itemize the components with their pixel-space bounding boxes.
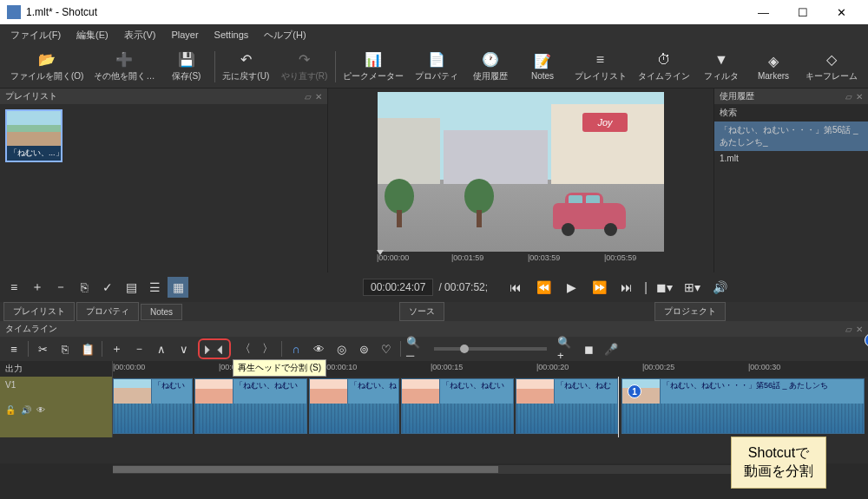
playlist-thumb[interactable]: 「ねむい、...」.wmv — [5, 109, 62, 162]
list-icon[interactable]: ▤ — [121, 277, 141, 298]
menu-icon[interactable]: ≡ — [3, 277, 24, 298]
panel-close-icon[interactable]: ✕ — [856, 325, 863, 334]
remove-icon[interactable]: － — [50, 277, 71, 298]
forward-icon[interactable]: ⏩ — [589, 277, 609, 298]
zoom-slider[interactable] — [434, 347, 547, 351]
toolbar-使用履歴[interactable]: 🕐使用履歴 — [464, 51, 516, 82]
up-icon[interactable]: ∧ — [153, 340, 170, 358]
timeline-ruler[interactable]: |00:00:00|00:00:05|00:00:10|00:00:15|00:… — [113, 361, 868, 377]
tab-source[interactable]: ソース — [399, 302, 444, 321]
playhead[interactable] — [618, 377, 619, 437]
toolbar-キーフレーム[interactable]: ◇キーフレーム — [799, 51, 863, 82]
zoom-in-icon[interactable]: 🔍+ — [557, 340, 575, 358]
tab-project[interactable]: プロジェクト — [654, 302, 726, 321]
scrub-icon[interactable]: 👁 — [310, 340, 327, 358]
tabs-row: プレイリスト プロパティ Notes ソース プロジェクト — [0, 302, 868, 321]
annotation-box: Shotcutで 動画を分割 — [731, 437, 826, 489]
split-button[interactable]: ⏵⏴ 2 — [198, 338, 231, 359]
clip[interactable]: 「ねむい、ねむい・・・」第56話 _ あたしンち1 — [621, 378, 865, 434]
snap-icon[interactable]: ∩ — [287, 340, 305, 358]
clip[interactable]: 「ねむい、ね — [309, 378, 399, 434]
minimize-button[interactable]: — — [744, 0, 783, 24]
copy-icon[interactable]: ⎘ — [56, 340, 74, 358]
zoom-fit-icon[interactable]: ◼ — [580, 340, 597, 358]
maximize-button[interactable]: ☐ — [783, 0, 822, 24]
toolbar-Markers[interactable]: ◈Markers — [747, 52, 799, 81]
titlebar: 1.mlt* - Shotcut — ☐ ✕ — [0, 0, 868, 24]
rewind-icon[interactable]: ⏪ — [533, 277, 554, 298]
menu-view[interactable]: 表示(V) — [117, 27, 163, 43]
grid-toggle-icon[interactable]: ⊞▾ — [682, 277, 703, 298]
lock-icon[interactable]: 🔓 — [5, 405, 16, 415]
clip[interactable]: 「ねむい — [113, 378, 193, 434]
history-item[interactable]: 1.mlt — [714, 151, 868, 166]
ripple-all-icon[interactable]: ⊚ — [355, 340, 372, 358]
next-icon[interactable]: 〉 — [259, 340, 276, 358]
tl-menu-icon[interactable]: ≡ — [5, 340, 23, 358]
down-icon[interactable]: ∨ — [175, 340, 193, 358]
menu-settings[interactable]: Settings — [207, 28, 256, 42]
tab-notes[interactable]: Notes — [141, 304, 182, 320]
menu-player[interactable]: Player — [164, 28, 205, 42]
hide-icon[interactable]: 👁 — [36, 405, 45, 415]
timecode-current[interactable]: 00:00:24:07 — [363, 279, 433, 296]
paste-icon[interactable]: 📋 — [79, 340, 96, 358]
panel-float-icon[interactable]: ▱ — [845, 92, 852, 102]
add-icon[interactable]: ＋ — [27, 277, 48, 298]
preview-video[interactable]: Joy — [378, 92, 664, 252]
check-icon[interactable]: ✓ — [97, 277, 118, 298]
cut-icon[interactable]: ✂ — [34, 340, 51, 358]
preview-ruler[interactable]: |00:00:00 |00:01:59 |00:03:59 |00:05:59 — [373, 253, 668, 267]
toolbar-やり直す(R)[interactable]: ↷やり直す(R) — [275, 51, 333, 82]
toolbar-ファイルを開く(O)[interactable]: 📂ファイルを開く(O) — [5, 51, 89, 82]
menu-edit[interactable]: 編集(E) — [69, 27, 115, 43]
window-title: 1.mlt* - Shotcut — [26, 6, 744, 18]
panel-float-icon[interactable]: ▱ — [845, 325, 852, 334]
clip[interactable]: 「ねむい、ねむい — [194, 378, 307, 434]
tab-properties[interactable]: プロパティ — [76, 302, 139, 321]
panel-close-icon[interactable]: ✕ — [856, 92, 863, 102]
panel-close-icon[interactable]: ✕ — [315, 92, 322, 102]
menu-file[interactable]: ファイル(F) — [3, 27, 68, 43]
plus-icon[interactable]: ＋ — [108, 340, 125, 358]
skip-start-icon[interactable]: ⏮ — [505, 277, 526, 298]
clip[interactable]: 「ねむい、ねむ — [516, 378, 618, 434]
ripple-icon[interactable]: ◎ — [332, 340, 350, 358]
playlist-title: プレイリスト — [5, 90, 57, 102]
volume-icon[interactable]: 🔊 — [710, 277, 731, 298]
grid-icon[interactable]: ▦ — [168, 277, 188, 298]
toolbar-元に戻す(U)[interactable]: ↶元に戻す(U) — [217, 51, 275, 82]
timeline-scrollbar[interactable] — [113, 465, 755, 474]
mute-icon[interactable]: 🔊 — [21, 405, 31, 415]
record-icon[interactable]: 🎤 — [602, 340, 620, 358]
split-tooltip: 再生ヘッドで分割 (S) — [233, 359, 326, 377]
history-search-label[interactable]: 検索 — [714, 104, 868, 121]
toolbar-ピークメーター[interactable]: 📊ピークメーター — [338, 51, 410, 82]
ripple-markers-icon[interactable]: ♡ — [378, 340, 395, 358]
play-icon[interactable]: ▶ — [561, 277, 582, 298]
toolbar-保存(S)[interactable]: 💾保存(S) — [161, 51, 213, 82]
toolbar-プロパティ[interactable]: 📄プロパティ — [410, 51, 465, 82]
menu-help[interactable]: ヘルプ(H) — [257, 27, 312, 43]
toolbar-タイムライン[interactable]: ⏱タイムライン — [632, 51, 695, 82]
panel-float-icon[interactable]: ▱ — [305, 92, 312, 102]
insert-icon[interactable]: ⎘ — [74, 277, 95, 298]
close-button[interactable]: ✕ — [822, 0, 861, 24]
minus-icon[interactable]: － — [130, 340, 148, 358]
toolbar-プレイリスト[interactable]: ≡プレイリスト — [569, 51, 632, 82]
skip-end-icon[interactable]: ⏭ — [616, 277, 637, 298]
toolbar-その他を開く…[interactable]: ➕その他を開く… — [89, 51, 161, 82]
history-title: 使用履歴 — [720, 90, 754, 102]
toolbar-フィルタ[interactable]: ▼フィルタ — [695, 51, 747, 82]
track-content[interactable]: 「ねむい「ねむい、ねむい「ねむい、ね「ねむい、ねむい「ねむい、ねむ「ねむい、ねむ… — [113, 377, 868, 437]
track-header[interactable]: V1 🔓 🔊 👁 — [0, 377, 113, 437]
history-item[interactable]: 「ねむい、ねむい・・・」第56話 _ あたしンち_ — [714, 121, 868, 151]
zoom-fit-icon[interactable]: ◼▾ — [654, 277, 675, 298]
tab-playlist[interactable]: プレイリスト — [3, 302, 75, 321]
clip[interactable]: 「ねむい、ねむい — [401, 378, 514, 434]
toolbar-Notes[interactable]: 📝Notes — [516, 52, 569, 81]
detail-icon[interactable]: ☰ — [144, 277, 165, 298]
timecode-total: / 00:07:52; — [438, 281, 488, 293]
prev-icon[interactable]: 〈 — [236, 340, 253, 358]
zoom-out-icon[interactable]: 🔍─ — [406, 340, 424, 358]
